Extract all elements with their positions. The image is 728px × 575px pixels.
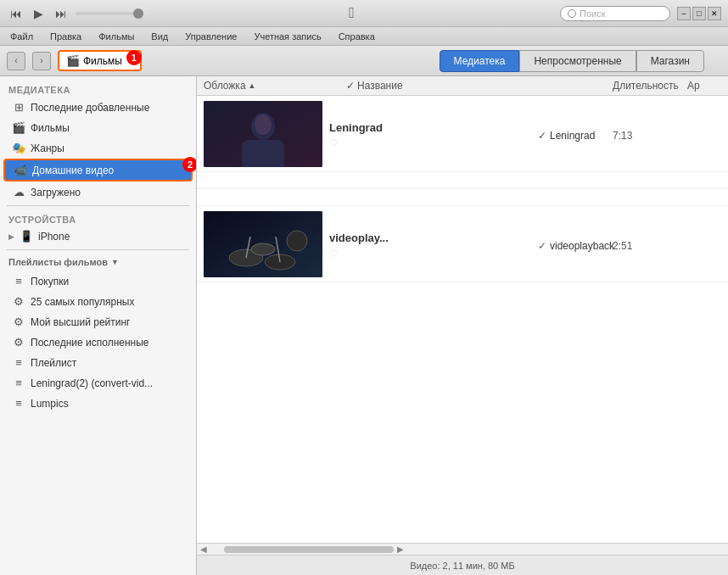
row-duration-leningrad: 7:13: [613, 126, 680, 142]
divider-1: [7, 205, 189, 206]
play-button[interactable]: ▶: [31, 5, 47, 22]
col-title[interactable]: ✓ Название: [346, 80, 606, 92]
row-heart-video[interactable]: ♡: [329, 248, 531, 260]
check-mark-col: ✓: [346, 80, 355, 92]
sidebar-item-homevideo-wrapper: 📹 Домашние видео 2: [0, 159, 196, 181]
col-cover[interactable]: Обложка ▲: [204, 80, 339, 92]
sidebar-item-lastplayed[interactable]: ⚙ Последние исполненные: [3, 332, 193, 352]
rewind-button[interactable]: ⏮: [7, 5, 25, 22]
row-checked-video: ✓ videoplayback: [538, 237, 606, 252]
table-row[interactable]: Leningrad ♡ ✓ Leningrad 7:13: [197, 96, 728, 172]
menu-movies[interactable]: Фильмы: [95, 30, 137, 43]
recent-icon: ⊞: [12, 101, 25, 114]
category-dropdown-wrapper: 🎬 Фильмы ▼ 1: [58, 50, 142, 71]
playlists-arrow-icon: ▼: [111, 258, 119, 266]
divider-2: [7, 249, 189, 250]
search-placeholder: Поиск: [580, 8, 605, 19]
lumpics-icon: ≡: [12, 397, 25, 410]
menu-edit[interactable]: Правка: [47, 30, 85, 43]
tab-store[interactable]: Магазин: [636, 50, 704, 72]
sidebar-item-top25[interactable]: ⚙ 25 самых популярных: [3, 292, 193, 311]
table-row-video[interactable]: videoplay... ♡ ✓ videoplayback 2:51: [197, 206, 728, 282]
sidebar-leningrad2-label: Leningrad(2) (convert-vid...: [31, 377, 153, 389]
sidebar-playlist-label: Плейлист: [31, 357, 76, 369]
window-controls: – □ ✕: [677, 7, 721, 20]
row-heart-leningrad[interactable]: ♡: [329, 137, 531, 149]
sidebar-item-homevideo[interactable]: 📹 Домашние видео 2: [3, 159, 193, 181]
progress-slider[interactable]: [76, 12, 143, 15]
menu-bar: Файл Правка Фильмы Вид Управление Учетна…: [0, 27, 728, 46]
sidebar-homevideo-label: Домашние видео: [32, 165, 114, 176]
sidebar-item-leningrad2[interactable]: ≡ Leningrad(2) (convert-vid...: [3, 373, 193, 393]
sidebar-lumpics-label: Lumpics: [31, 398, 69, 410]
menu-file[interactable]: Файл: [7, 30, 36, 43]
apple-logo: : [349, 4, 355, 22]
table-row-empty-2: [197, 189, 728, 206]
dropdown-badge: 1: [126, 50, 142, 65]
thumb-svg-video: [204, 211, 322, 277]
transport-controls: ⏮ ▶ ⏭: [7, 5, 143, 22]
sidebar-section-library: Медиатека: [0, 80, 196, 97]
sidebar-lastplayed-label: Последние исполненные: [31, 337, 149, 349]
thumb-svg-leningrad: [204, 101, 322, 167]
menu-view[interactable]: Вид: [148, 30, 171, 43]
forward-button[interactable]: ⏭: [52, 5, 70, 22]
sidebar-section-playlists[interactable]: Плейлисты фильмов ▼: [0, 254, 196, 271]
row-duration-video: 2:51: [613, 237, 680, 252]
purchases-icon: ≡: [12, 275, 25, 288]
sidebar-item-genres[interactable]: 🎭 Жанры: [3, 138, 193, 158]
checkmark-icon: ✓: [538, 130, 546, 142]
sidebar-purchases-label: Покупки: [31, 276, 69, 288]
scroll-bar[interactable]: [224, 546, 394, 553]
minimize-button[interactable]: –: [677, 7, 691, 20]
close-button[interactable]: ✕: [708, 7, 721, 20]
content-header: Обложка ▲ ✓ Название Длительность Ар: [197, 76, 728, 96]
row-info-video: videoplay... ♡: [329, 228, 531, 260]
category-icon: 🎬: [66, 54, 80, 67]
sidebar-downloaded-label: Загружено: [31, 187, 81, 198]
tab-unwatched[interactable]: Непросмотренные: [519, 50, 636, 72]
scroll-right-btn[interactable]: ▶: [397, 544, 404, 554]
col-duration: Длительность: [613, 80, 680, 92]
category-dropdown[interactable]: 🎬 Фильмы ▼ 1: [58, 50, 142, 71]
top25-icon: ⚙: [12, 295, 25, 308]
sidebar-item-toprating[interactable]: ⚙ Мой высший рейтинг: [3, 312, 193, 332]
sidebar-item-lumpics[interactable]: ≡ Lumpics: [3, 394, 193, 413]
sidebar-item-movies[interactable]: 🎬 Фильмы: [3, 118, 193, 137]
downloaded-icon: ☁: [12, 186, 25, 198]
homevideo-icon: 📹: [14, 164, 27, 176]
title-bar: ⏮ ▶ ⏭  Поиск – □ ✕: [0, 0, 728, 27]
svg-point-4: [255, 114, 272, 135]
empty-space: [197, 282, 728, 452]
sidebar-item-downloaded[interactable]: ☁ Загружено: [3, 182, 193, 202]
sort-asc-icon: ▲: [249, 81, 256, 90]
playlists-label: Плейлисты фильмов: [8, 257, 108, 267]
toolbar: ‹ › 🎬 Фильмы ▼ 1 Медиатека Непросмотренн…: [0, 46, 728, 76]
sidebar-iphone-label: iPhone: [38, 231, 70, 243]
sidebar-recent-label: Последние добавленные: [31, 102, 149, 114]
tab-library[interactable]: Медиатека: [440, 50, 520, 72]
nav-forward-button[interactable]: ›: [32, 52, 51, 70]
menu-help[interactable]: Справка: [335, 30, 378, 43]
menu-control[interactable]: Управление: [182, 30, 240, 43]
search-box[interactable]: Поиск: [560, 6, 670, 21]
thumbnail-video: [204, 211, 322, 277]
maximize-button[interactable]: □: [692, 7, 706, 20]
col-cover-label: Обложка: [204, 80, 246, 92]
sidebar-item-purchases[interactable]: ≡ Покупки: [3, 271, 193, 291]
row-checked-title-video: videoplayback: [550, 240, 614, 252]
nav-back-button[interactable]: ‹: [7, 52, 25, 70]
status-text: Видео: 2, 11 мин, 80 МБ: [410, 561, 514, 571]
sidebar-item-iphone[interactable]: ▶ 📱 iPhone: [0, 226, 196, 246]
sidebar-item-playlist[interactable]: ≡ Плейлист: [3, 353, 193, 372]
horizontal-scroll[interactable]: ◀ ▶: [197, 543, 728, 555]
tab-group: Медиатека Непросмотренные Магазин: [440, 50, 704, 72]
checkmark-icon-2: ✓: [538, 240, 546, 252]
sidebar-item-recent[interactable]: ⊞ Последние добавленные: [3, 98, 193, 117]
svg-point-10: [287, 231, 307, 251]
svg-point-9: [251, 243, 275, 255]
menu-account[interactable]: Учетная запись: [250, 30, 324, 43]
lastplayed-icon: ⚙: [12, 336, 25, 349]
svg-rect-3: [242, 140, 284, 167]
scroll-left-btn[interactable]: ◀: [200, 544, 207, 554]
